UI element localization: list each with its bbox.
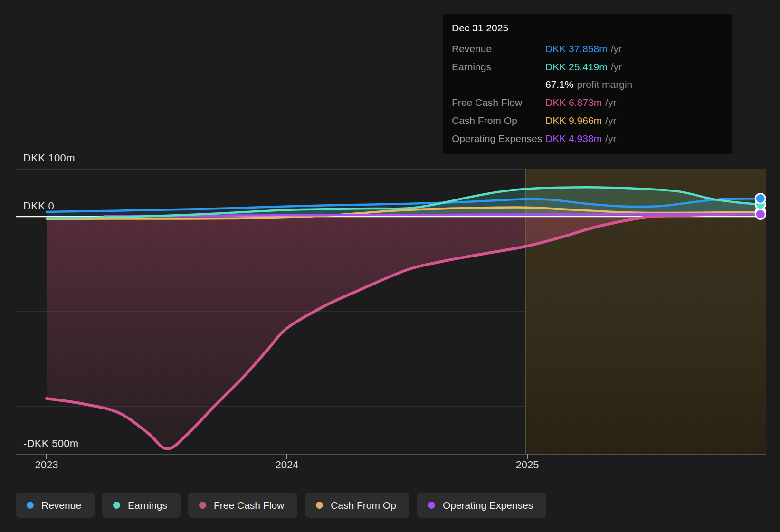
x-axis-label-2023: 2023 [35,459,58,471]
operating-expenses-endpoint-marker[interactable] [755,209,765,219]
chart-tooltip: Dec 31 2025 Revenue DKK 37.858m /yr Earn… [443,14,732,154]
legend-item-earnings[interactable]: Earnings [102,493,181,518]
tooltip-row-operating-expenses: Operating Expenses DKK 4.938m /yr [452,130,723,148]
tooltip-row-cash-from-op: Cash From Op DKK 9.966m /yr [452,112,723,130]
tooltip-row-revenue: Revenue DKK 37.858m /yr [452,40,723,58]
free-cash-flow-dot-icon [199,502,206,509]
tooltip-bottom-divider [452,148,723,149]
x-axis-label-2024: 2024 [276,459,299,471]
legend-item-operating-expenses[interactable]: Operating Expenses [417,493,546,518]
cash-from-op-dot-icon [316,502,323,509]
chart-legend: Revenue Earnings Free Cash Flow Cash Fro… [16,493,546,518]
x-axis-label-2025: 2025 [516,459,539,471]
financial-history-forecast-chart: DKK 100m DKK 0 -DKK 500m 2023 2024 2025 … [0,0,780,532]
revenue-dot-icon [27,502,34,509]
legend-item-revenue[interactable]: Revenue [16,493,95,518]
operating-expenses-dot-icon [428,502,435,509]
tooltip-date: Dec 31 2025 [452,20,723,40]
revenue-endpoint-marker[interactable] [755,194,765,204]
earnings-dot-icon [113,502,120,509]
legend-item-free-cash-flow[interactable]: Free Cash Flow [188,493,297,518]
tooltip-row-earnings: Earnings DKK 25.419m /yr [452,58,723,76]
y-axis-label-100m: DKK 100m [23,152,75,164]
y-axis-label-zero: DKK 0 [23,200,54,212]
tooltip-row-free-cash-flow: Free Cash Flow DKK 6.873m /yr [452,94,723,112]
y-axis-label-neg500m: -DKK 500m [23,437,78,450]
legend-item-cash-from-op[interactable]: Cash From Op [305,493,409,518]
tooltip-row-profit-margin: 67.1% profit margin [452,76,723,94]
